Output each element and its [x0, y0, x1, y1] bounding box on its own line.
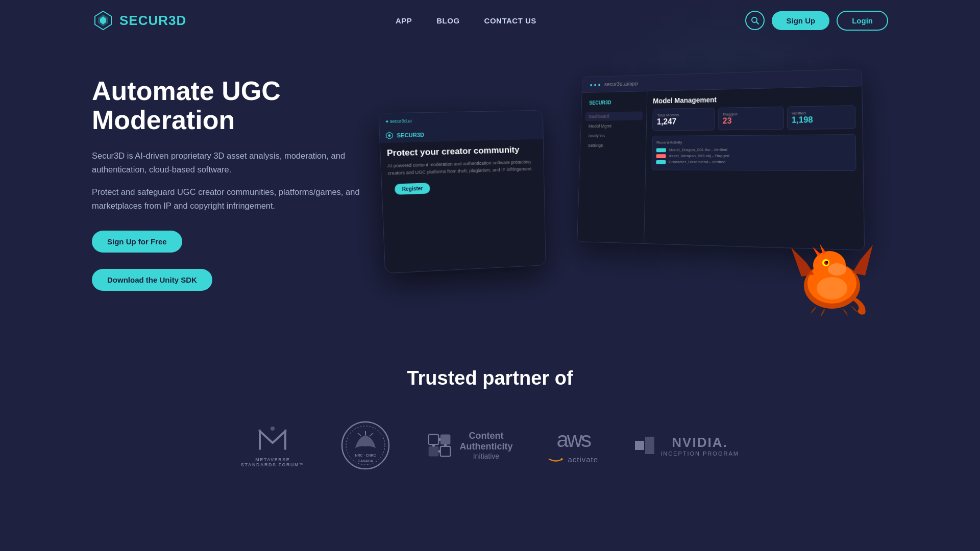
svg-marker-15	[813, 247, 821, 256]
logo-text: SECUR3D	[119, 13, 186, 29]
metaverse-logo: METAVERSESTANDARDS FORUM™	[241, 423, 304, 467]
signup-button[interactable]: Sign Up	[772, 11, 829, 30]
hero-section: Automate UGC Moderation Secur3D is AI-dr…	[0, 41, 980, 337]
canada-logo: NRC · CNRC CANADA	[340, 420, 391, 471]
nav-links: APP BLOG CONTACT US	[396, 16, 536, 25]
dragon-svg	[786, 235, 878, 316]
nav-app-link[interactable]: APP	[396, 16, 412, 25]
svg-point-30	[438, 438, 441, 441]
phone-mockup: ● secur3d.ai SECUR3D Protect your creato…	[378, 110, 546, 274]
svg-marker-17	[791, 247, 814, 277]
phone-title: Protect your creator community	[387, 144, 537, 159]
svg-point-21	[284, 429, 287, 432]
dragon-image	[786, 235, 878, 316]
partners-row: METAVERSESTANDARDS FORUM™ NRC · CNRC CAN…	[92, 420, 888, 471]
nvidia-eye-icon	[634, 435, 655, 456]
partner-cai: Content Authenticity Initiative	[427, 431, 512, 460]
svg-marker-6	[388, 134, 390, 137]
svg-rect-29	[440, 446, 451, 457]
aws-arrow-icon	[548, 456, 564, 463]
svg-marker-14	[820, 244, 826, 254]
metaverse-text: METAVERSESTANDARDS FORUM™	[241, 457, 304, 467]
svg-rect-37	[645, 437, 654, 454]
svg-point-18	[817, 277, 847, 299]
cai-text: Content Authenticity Initiative	[459, 431, 512, 460]
logo[interactable]: SECUR3D	[92, 9, 186, 32]
svg-marker-36	[635, 441, 644, 450]
svg-point-20	[258, 429, 261, 432]
aws-wordmark: aws	[556, 428, 590, 452]
hero-desc2: Protect and safeguard UGC creator commun…	[92, 185, 398, 212]
dashboard-mockup: ● ● ● secur3d.ai/app SECUR3D Dashboard M…	[577, 68, 865, 251]
phone-logo-text: SECUR3D	[397, 132, 424, 139]
canada-icon: NRC · CNRC CANADA	[340, 420, 391, 471]
trusted-section: Trusted partner of METAVERSESTANDARDS FO…	[0, 337, 980, 512]
phone-logo-icon	[385, 131, 394, 140]
svg-rect-26	[429, 435, 439, 445]
svg-point-32	[432, 444, 435, 446]
phone-subtitle: AI-powered content moderation and authen…	[387, 159, 538, 177]
metaverse-icon	[255, 423, 290, 454]
svg-point-10	[828, 263, 846, 276]
download-sdk-button[interactable]: Download the Unity SDK	[92, 269, 212, 291]
signup-free-button[interactable]: Sign Up for Free	[92, 231, 182, 253]
search-icon	[751, 16, 759, 24]
nav-blog-link[interactable]: BLOG	[436, 16, 459, 25]
svg-point-19	[271, 427, 275, 431]
partner-canada: NRC · CNRC CANADA	[340, 420, 391, 471]
nav-right: Sign Up Login	[745, 11, 888, 31]
login-button[interactable]: Login	[837, 11, 888, 31]
nvidia-logo: NVIDIA. INCEPTION PROGRAM	[634, 435, 739, 457]
partner-nvidia: NVIDIA. INCEPTION PROGRAM	[634, 435, 739, 457]
svg-text:CANADA: CANADA	[358, 459, 373, 463]
hero-desc1: Secur3D is AI-driven proprietary 3D asse…	[92, 149, 398, 176]
svg-point-13	[826, 261, 828, 263]
nav-contact-link[interactable]: CONTACT US	[484, 16, 536, 25]
svg-rect-28	[429, 446, 439, 457]
search-button[interactable]	[745, 11, 765, 30]
nvidia-text-block: NVIDIA. INCEPTION PROGRAM	[660, 435, 739, 457]
hero-content: Automate UGC Moderation Secur3D is AI-dr…	[92, 77, 398, 291]
cai-icon	[427, 433, 452, 458]
cai-logo: Content Authenticity Initiative	[427, 431, 512, 460]
svg-marker-34	[561, 458, 563, 461]
svg-line-4	[756, 22, 758, 24]
hero-visual: ● ● ● secur3d.ai/app SECUR3D Dashboard M…	[378, 61, 888, 306]
navbar: SECUR3D APP BLOG CONTACT US Sign Up Logi…	[0, 0, 980, 41]
svg-rect-27	[440, 435, 451, 445]
nvidia-wordmark: NVIDIA. INCEPTION PROGRAM	[634, 435, 739, 457]
svg-point-31	[438, 450, 441, 453]
trusted-title: Trusted partner of	[92, 367, 888, 389]
hero-buttons: Sign Up for Free Download the Unity SDK	[92, 231, 398, 291]
svg-text:NRC · CNRC: NRC · CNRC	[355, 454, 376, 457]
partner-metaverse: METAVERSESTANDARDS FORUM™	[241, 423, 304, 467]
aws-bottom: activate	[548, 455, 598, 464]
hero-title: Automate UGC Moderation	[92, 77, 398, 135]
partner-aws: aws activate	[548, 428, 598, 464]
logo-icon	[92, 9, 114, 32]
svg-point-33	[444, 444, 447, 446]
svg-marker-16	[852, 245, 873, 276]
aws-logo: aws activate	[548, 428, 598, 464]
phone-register-button[interactable]: Register	[395, 183, 430, 195]
